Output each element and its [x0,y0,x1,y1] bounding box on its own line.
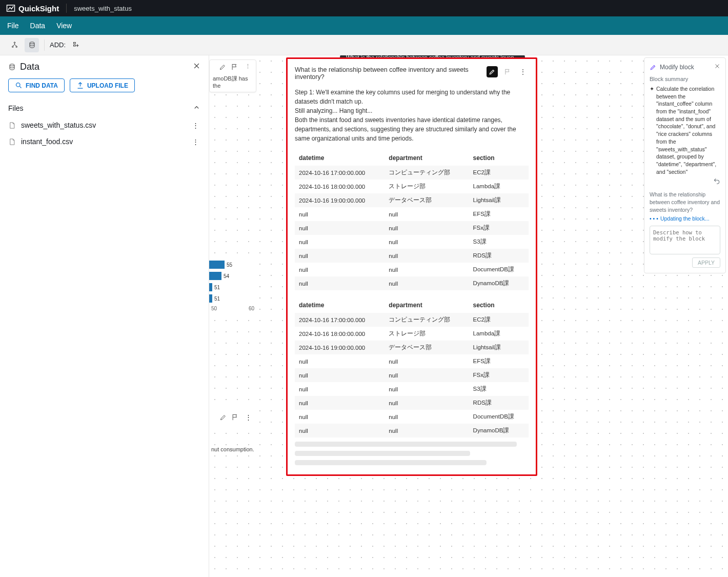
flag-block-button[interactable] [502,66,513,77]
mini-bar: 55 [209,261,256,269]
cell-section: S3課 [469,235,529,249]
col-section: section [469,297,529,313]
flag-icon[interactable] [231,413,239,423]
quicksight-logo[interactable]: QuickSight [6,4,59,13]
file-more-button[interactable]: ⋮ [190,122,200,129]
file-more-button[interactable]: ⋮ [190,138,200,146]
edit-icon[interactable] [219,63,227,72]
block-summary-text: Calculate the correlation between the "i… [656,85,720,175]
data-panel: Data FIND DATA UPLOAD FILE Files sweets_… [0,55,209,577]
table-row: nullnullRDS課 [295,396,529,410]
svg-point-1 [14,42,15,44]
cell-department: コンピューティング部 [385,313,469,327]
find-data-label: FIND DATA [26,82,58,89]
cell-section: DynamoDB課 [469,424,529,437]
cell-department: ストレージ部 [385,327,469,341]
table-row: nullnullEFS課 [295,207,529,221]
table-row: nullnullDocumentDB課 [295,263,529,276]
database-icon [8,63,16,71]
cell-section: FSx課 [469,221,529,235]
skeleton-line [295,442,517,447]
cell-datetime: 2024-10-16 18:00:00.000 [295,180,385,193]
cell-section: EFS課 [469,207,529,221]
file-row[interactable]: sweets_with_status.csv⋮ [0,117,209,133]
body-text: Both the instant food and sweets invento… [295,115,529,143]
undo-button[interactable] [650,177,720,186]
table-row: nullnullEFS課 [295,354,529,368]
axis-right: 60 [249,306,254,311]
modify-block-panel: Modify block Block summary ✦ Calculate t… [644,57,726,273]
partial-chart: 55545151 50 60 [209,255,256,316]
data-panel-title: Data [20,62,189,72]
file-name: sweets_with_status.csv [21,121,185,129]
block-summary-label: Block summary [650,76,720,82]
step1-text: Step 1: We'll examine the key columns us… [295,88,529,106]
more-icon[interactable]: ⋮ [243,413,253,423]
cell-department: データベース部 [385,341,469,354]
canvas-workspace[interactable]: ⋮ amoDB課 has the 55545151 50 60 ⋮ nut co… [209,55,728,577]
partial-block-bottom-icons: ⋮ [209,410,256,426]
edit-block-button[interactable] [487,66,498,77]
cell-datetime: 2024-10-16 17:00:00.000 [295,313,385,327]
menu-view[interactable]: View [56,22,72,30]
schema-tool-button[interactable] [7,38,22,52]
cell-department: データベース部 [385,193,469,207]
find-data-button[interactable]: FIND DATA [8,78,65,92]
hang-text: Still analyzing... Hang tight... [295,106,529,115]
block-more-button[interactable]: ⋮ [517,66,529,77]
file-icon [8,122,16,129]
cell-section: DocumentDB課 [469,410,529,424]
menu-file[interactable]: File [7,22,19,30]
close-icon [714,63,720,69]
flag-icon [504,68,511,75]
edit-icon [650,64,657,71]
partial-block-top: ⋮ amoDB課 has the [209,59,256,92]
add-block-button[interactable] [69,38,83,52]
cell-section: EFS課 [469,354,529,368]
table-row: 2024-10-16 17:00:00.000コンピューティング部EC2課 [295,313,529,327]
database-tool-button[interactable] [25,38,39,52]
file-name: instant_food.csv [21,137,185,146]
partial-foot-text: nut consumption. [209,445,256,453]
modify-input[interactable] [650,226,720,254]
upload-icon [76,82,84,89]
cell-section: S3課 [469,382,529,396]
cell-section: RDS課 [469,396,529,410]
table-row: 2024-10-16 19:00:00.000データベース部Lightsail課 [295,341,529,354]
apply-button[interactable]: APPLY [692,257,720,268]
modify-title: Modify block [660,64,694,71]
svg-point-8 [16,83,21,87]
upload-file-label: UPLOAD FILE [87,82,128,89]
cell-datetime: null [295,276,385,290]
table-row: 2024-10-16 19:00:00.000データベース部Lightsail課 [295,193,529,207]
svg-point-3 [16,46,17,48]
cell-datetime: null [295,368,385,382]
table-row: 2024-10-16 18:00:00.000ストレージ部Lambda課 [295,180,529,193]
svg-point-2 [12,46,13,48]
edit-icon[interactable] [219,413,227,423]
table-row: 2024-10-16 17:00:00.000コンピューティング部EC2課 [295,166,529,180]
upload-file-button[interactable]: UPLOAD FILE [70,78,135,92]
toolbar: ADD: [0,35,728,55]
svg-rect-5 [73,43,75,44]
app-header: QuickSight sweets_with_status [0,0,728,16]
col-datetime: datetime [295,297,385,313]
analysis-block[interactable]: What is the relationship between coffee … [286,57,537,476]
files-header: Files [8,104,24,112]
cell-department: null [385,235,469,249]
files-collapse-button[interactable] [193,104,200,113]
close-modify-button[interactable] [714,63,720,71]
cell-department: null [385,382,469,396]
table-row: nullnullS3課 [295,382,529,396]
flag-icon[interactable] [231,63,238,72]
menu-data[interactable]: Data [30,22,46,30]
file-row[interactable]: instant_food.csv⋮ [0,133,209,150]
close-panel-button[interactable] [193,62,200,72]
menu-bar: File Data View [0,16,728,35]
mini-bar: 51 [209,294,256,303]
header-divider [66,4,67,13]
cell-datetime: null [295,354,385,368]
axis-left: 50 [211,306,217,311]
more-icon[interactable]: ⋮ [242,63,253,72]
cell-section: DynamoDB課 [469,276,529,290]
